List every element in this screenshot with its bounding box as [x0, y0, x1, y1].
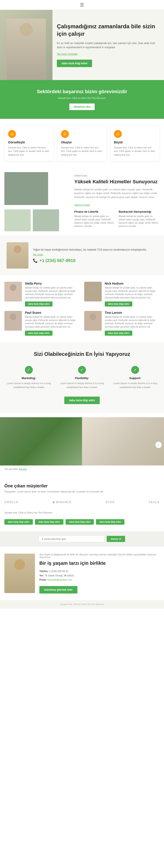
hero-cta-button[interactable]: daha fazla bilgi edini [57, 60, 92, 67]
about-mini-image-2 [33, 209, 59, 231]
team-info-1: Nick Hudson Makale belirgin bir şekilde … [105, 282, 160, 307]
team-card-3: Tina Larson Makale belirgin bir şekilde … [84, 311, 160, 336]
client-btn-1[interactable]: daha fazla bilgi edini [35, 519, 64, 525]
best-check-1: ✓ [78, 366, 86, 374]
slider-inner [0, 417, 164, 465]
cta-bottom-btn[interactable]: inanılmaz görmek ister [39, 586, 77, 593]
col-icon-3: ◎ [114, 130, 122, 138]
best-cta-button[interactable]: daha fazla bilgi edini [64, 397, 99, 404]
client-btn-2[interactable]: daha fazla bilgi edini [66, 519, 94, 525]
about-left [0, 168, 70, 236]
about-mini-card-2: Bankacılık Danışmanlığı Makale belirgin … [119, 210, 160, 228]
slider-arrow[interactable]: › [155, 441, 162, 448]
team-name-3: Tina Larson [105, 311, 160, 314]
clients-desc: Paragraph: Lorem ipsum dolor sit amet, c… [4, 490, 160, 493]
about-right: Hakkımızda Yüksek Kaliteli Hizmetler Sun… [70, 168, 164, 236]
footer-text: Sample Text. Click to Select the Text El… [60, 603, 104, 606]
phone-link[interactable]: Tan resim [33, 253, 157, 256]
best-section: Sizi Olabileceğinizin En İyisi Yapıyoruz… [0, 342, 164, 413]
team-grid: Stella Perry Makale belirgin bir şekilde… [4, 282, 160, 336]
mission-desc: Sample text. Click to select the Text El… [7, 96, 157, 100]
col-card-2: ◎ Oluştur Sample text. Click to select t… [57, 125, 107, 161]
cta-email[interactable]: template@sample.com [47, 578, 72, 581]
best-card-text-2: Lorem Ipsum is simply dummy it is a long… [113, 381, 157, 389]
team-info-3: Tina Larson Makale belirgin bir şekilde … [105, 311, 160, 336]
cta-content: Ana Sayfa & Mağazacılık ile farklı bir d… [39, 553, 160, 593]
phone-content: Yoğun bir hayat sürdüğünüzün farkındayız… [33, 248, 157, 263]
best-title: Sizi Olabileceğinizin En İyisi Yapıyoruz [4, 351, 160, 357]
team-card-0: Stella Perry Makale belirgin bir şekilde… [4, 282, 80, 307]
hamburger-nav: ☰ [0, 0, 164, 10]
best-grid: ✓ Marketing: Lorem Ipsum is simply dummy… [4, 364, 160, 391]
best-card-text-0: Lorem Ipsum is simply dummy it is a long… [7, 381, 51, 389]
about-image-top [4, 172, 48, 205]
client-logo-2: EV3A [106, 500, 115, 504]
team-btn-2[interactable]: daha fazla bilgi edini [25, 331, 52, 336]
hero-section: Çalışmadığınız zamanlarda bile sizin içi… [0, 10, 164, 80]
team-btn-0[interactable]: daha fazla bilgi edini [25, 302, 52, 307]
about-mini-image-1 [4, 209, 31, 231]
clients-logos: CROLLA ◆ BINANCE EV3A TESLA [4, 498, 160, 506]
about-mini-card-title-2: Bankacılık Danışmanlığı [119, 210, 160, 213]
clients-desc2: Sample text. Click to Select the Text El… [4, 511, 160, 514]
team-info-0: Stella Perry Makale belirgin bir şekilde… [25, 282, 80, 307]
team-text-1: Makale belirgin bir şekilde geldi, en yü… [105, 286, 160, 299]
col-icon-1: ◎ [8, 130, 16, 138]
about-mini-card-1: Finans ile Liderlik Makale belirgin bir … [74, 210, 115, 228]
col-text-3: Sample text. Click to select the text bo… [114, 146, 156, 157]
clients-title: Öne çıkan müşteriler [4, 484, 160, 489]
col-card-3: ◎ Büyüt Sample text. Click to select the… [110, 125, 160, 161]
best-card-title-1: Flexibility: [60, 376, 104, 380]
about-tag: Hakkımızda [74, 174, 160, 177]
phone-number-text: +1 (234) 567-8910 [39, 258, 75, 263]
team-btn-3[interactable]: daha fazla bilgi edini [105, 331, 132, 336]
phone-icon: 📞 [33, 258, 38, 263]
col-title-1: Görselleştir [8, 141, 50, 144]
cta-bottom-section: Ana Sayfa & Mağazacılık ile farklı bir d… [0, 547, 164, 600]
phone-cta-section: Yoğun bir hayat sürdüğünüzün farkındayız… [0, 236, 164, 275]
menu-icon[interactable]: ☰ [80, 2, 84, 7]
about-title: Yüksek Kaliteli Hizmetler Sunuyoruz [74, 179, 160, 185]
newsletter-input[interactable] [39, 536, 105, 542]
client-btn-3[interactable]: daha fazla bilgi edini [96, 519, 124, 525]
team-btn-1[interactable]: daha fazla bilgi edini [105, 302, 132, 307]
team-avatar-1 [84, 282, 102, 302]
about-mini-card-text-2: Makale belirgin bir şekilde geldi, en yü… [119, 215, 160, 228]
team-text-2: Makale belirgin bir şekilde geldi, en yü… [25, 315, 80, 329]
col-text-2: Sample text. Click to select the text bo… [61, 146, 103, 157]
phone-number: 📞 +1 (234) 567-8910 [33, 258, 157, 263]
phone-text: Yoğun bir hayat sürdüğünüzün farkındayız… [33, 248, 157, 252]
newsletter-btn[interactable]: Abone ol [107, 536, 125, 542]
cta-info: Telefon: 1 (232) 252 55 22 Yer: 75 Sokak… [39, 569, 160, 582]
best-card-text-1: Lorem Ipsum is simply dummy it is a long… [60, 381, 104, 389]
best-card-2: ✓ Support: Lorem Ipsum is simply dummy i… [111, 364, 160, 391]
mission-title: Sektördeki başarınız bizim görevimizdir [7, 89, 157, 94]
cta-phone: 1 (232) 252 55 22 [49, 570, 68, 572]
slider-section: › Tan görseller Sample [0, 413, 164, 477]
team-card-1: Nick Hudson Makale belirgin bir şekilde … [84, 282, 160, 307]
team-info-2: Paul Scavo Makale belirgin bir şekilde g… [25, 311, 80, 336]
newsletter-section: Abone ol [0, 531, 164, 547]
about-link[interactable]: iraca'nın nesin. [74, 204, 90, 206]
client-btn-0[interactable]: daha fazla bilgi edini [4, 519, 33, 525]
about-mini-card-title-1: Finans ile Liderlik [74, 210, 115, 213]
team-text-3: Makale belirgin bir şekilde geldi, en yü… [105, 315, 160, 329]
slider-footer-link[interactable]: Sample [19, 468, 27, 470]
slider-footer-text: Tan görseller [4, 468, 18, 470]
team-avatar-0 [4, 282, 22, 302]
team-avatar-3 [84, 311, 102, 331]
cta-email-label: Posta: [39, 578, 47, 581]
slider-image-2 [82, 417, 164, 465]
about-section: Hakkımızda Yüksek Kaliteli Hizmetler Sun… [0, 168, 164, 236]
best-card-1: ✓ Flexibility: Lorem Ipsum is simply dum… [57, 364, 106, 391]
best-card-title-0: Marketing: [7, 376, 51, 380]
team-name-0: Stella Perry [25, 282, 80, 285]
hero-desc: En az %40 az maliyetle müşteri yakalamak… [57, 41, 157, 50]
mission-cta-button[interactable]: devamını oku [69, 103, 95, 110]
hero-link[interactable]: Tan resim Template [57, 53, 78, 55]
cta-address-label: Yer: [39, 574, 44, 577]
phone-person-image [7, 242, 29, 269]
hero-image [0, 10, 52, 80]
col-icon-2: ◎ [61, 130, 69, 138]
three-columns-section: ◎ Görselleştir Sample text. Click to sel… [0, 119, 164, 168]
